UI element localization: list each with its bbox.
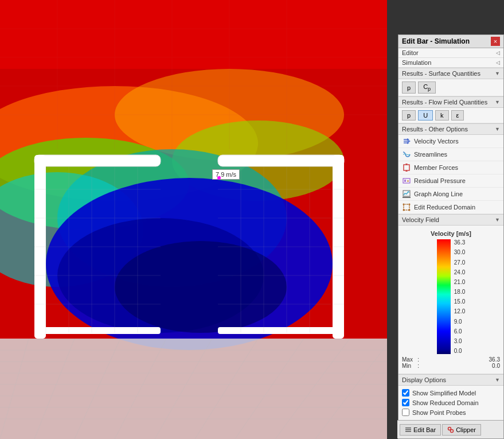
svg-rect-17 [0, 339, 387, 439]
right-panel: Edit Bar - Simulation × Editor ◁ Simulat… [398, 34, 504, 439]
velocity-field-section: Velocity [m/s] 36.3 30.0 27.0 24.0 21.0 … [398, 226, 503, 374]
bottom-toolbar: Edit Bar Clipper [397, 420, 503, 438]
simulation-arrow: ◁ [496, 60, 500, 65]
svg-rect-83 [405, 428, 411, 429]
show-simplified-model-row[interactable]: Show Simplified Model [402, 388, 500, 398]
velocity-vectors-icon [402, 137, 411, 146]
svg-rect-13 [34, 327, 161, 334]
show-reduced-domain-row[interactable]: Show Reduced Domain [402, 398, 500, 407]
panel-title-text: Edit Bar - Simulation [402, 37, 470, 45]
editor-row[interactable]: Editor ◁ [398, 48, 503, 58]
show-simplified-model-label: Show Simplified Model [412, 390, 476, 397]
show-reduced-domain-checkbox[interactable] [402, 399, 409, 406]
residual-pressure-item[interactable]: Residual Pressure [398, 174, 503, 188]
svg-rect-11 [34, 155, 161, 166]
legend-val-10: 3.0 [454, 338, 465, 344]
surface-quantities-arrow: ▼ [495, 71, 500, 76]
edit-bar-button[interactable]: Edit Bar [400, 424, 441, 436]
panel-title-bar: Edit Bar - Simulation × [398, 35, 503, 48]
flow-field-label: Results - Flow Field Quantities [402, 99, 487, 106]
display-options-arrow: ▼ [495, 377, 500, 383]
member-forces-label: Member Forces [414, 164, 458, 171]
legend-val-9: 6.0 [454, 328, 465, 335]
svg-line-88 [451, 429, 451, 430]
flow-field-buttons: p U k ε [398, 108, 503, 123]
edit-reduced-domain-label: Edit Reduced Domain [414, 204, 475, 211]
svg-rect-75 [407, 180, 409, 182]
flow-field-arrow: ▼ [495, 99, 500, 105]
surface-quantities-label: Results - Surface Quantities [402, 70, 480, 77]
graph-along-line-item[interactable]: Graph Along Line [398, 188, 503, 201]
svg-point-80 [409, 204, 411, 205]
svg-point-10 [115, 241, 287, 333]
legend-val-6: 15.0 [454, 298, 465, 305]
show-point-probes-row[interactable]: Show Point Probes [402, 407, 500, 417]
legend-val-1: 30.0 [454, 249, 465, 255]
surface-cp-button[interactable]: Cp [418, 81, 436, 94]
legend-val-3: 24.0 [454, 269, 465, 275]
editor-label: Editor [402, 49, 419, 56]
edit-reduced-domain-item[interactable]: Edit Reduced Domain [398, 201, 503, 214]
legend-val-4: 21.0 [454, 279, 465, 285]
legend-min-value: 0.0 [492, 363, 500, 369]
legend-stats: Max : 36.3 Min : 0.0 [402, 356, 500, 369]
streamlines-icon [402, 150, 411, 159]
legend-val-8: 9.0 [454, 318, 465, 325]
other-options-arrow: ▼ [495, 126, 500, 132]
display-options-label: Display Options [402, 376, 446, 383]
member-forces-item[interactable]: Member Forces [398, 161, 503, 174]
surface-quantities-buttons: p Cp [398, 79, 503, 96]
clipper-button[interactable]: Clipper [442, 424, 481, 436]
show-point-probes-label: Show Point Probes [412, 409, 466, 416]
velocity-vectors-item[interactable]: Velocity Vectors [398, 135, 503, 148]
streamlines-item[interactable]: Streamlines [398, 148, 503, 161]
surface-p-button[interactable]: p [402, 81, 416, 94]
show-point-probes-checkbox[interactable] [402, 409, 409, 416]
velocity-field-arrow: ▼ [495, 217, 500, 223]
show-reduced-domain-label: Show Reduced Domain [412, 399, 479, 406]
show-simplified-model-checkbox[interactable] [402, 389, 409, 397]
display-options-content: Show Simplified Model Show Reduced Domai… [398, 386, 503, 419]
legend-min-row: Min : 0.0 [402, 363, 500, 369]
svg-rect-85 [405, 431, 411, 432]
flow-k-button[interactable]: k [435, 110, 449, 121]
legend-title: Velocity [m/s] [431, 230, 471, 237]
flow-field-header[interactable]: Results - Flow Field Quantities ▼ [398, 96, 503, 108]
legend-val-0: 36.3 [454, 239, 465, 246]
member-forces-icon [402, 163, 411, 172]
velocity-legend: Velocity [m/s] 36.3 30.0 27.0 24.0 21.0 … [402, 228, 500, 371]
legend-gradient-bar [437, 239, 451, 354]
velocity-field-label: Velocity Field [402, 216, 439, 223]
clipper-icon [447, 426, 454, 433]
flow-p-button[interactable]: p [402, 110, 416, 121]
svg-rect-68 [404, 165, 409, 170]
flow-u-button[interactable]: U [418, 110, 433, 121]
svg-rect-14 [218, 155, 344, 166]
clipper-label: Clipper [456, 426, 476, 433]
edit-bar-icon [405, 426, 412, 433]
svg-rect-74 [404, 180, 406, 182]
svg-marker-63 [408, 140, 411, 142]
edit-bar-label: Edit Bar [413, 426, 436, 433]
legend-val-11: 0.0 [454, 348, 465, 354]
svg-rect-1 [0, 0, 387, 69]
velocity-field-header[interactable]: Velocity Field ▼ [398, 214, 503, 226]
svg-rect-73 [403, 178, 410, 183]
legend-val-7: 12.0 [454, 308, 465, 314]
simulation-label: Simulation [402, 59, 431, 66]
simulation-row[interactable]: Simulation ◁ [398, 58, 503, 68]
legend-min-label: Min : [402, 363, 419, 369]
flow-epsilon-button[interactable]: ε [451, 110, 464, 121]
surface-quantities-header[interactable]: Results - Surface Quantities ▼ [398, 68, 503, 79]
cfd-viewport[interactable] [0, 0, 387, 439]
legend-labels: 36.3 30.0 27.0 24.0 21.0 18.0 15.0 12.0 … [454, 239, 465, 354]
legend-max-row: Max : 36.3 [402, 356, 500, 363]
velocity-vectors-label: Velocity Vectors [414, 138, 459, 145]
svg-rect-78 [404, 204, 409, 210]
display-options-header[interactable]: Display Options ▼ [398, 374, 503, 386]
svg-point-82 [409, 209, 411, 211]
panel-close-button[interactable]: × [491, 37, 500, 46]
legend-max-label: Max : [402, 356, 419, 363]
other-options-header[interactable]: Results - Other Options ▼ [398, 123, 503, 135]
panel-scroll-area[interactable]: Editor ◁ Simulation ◁ Results - Surface … [398, 48, 503, 438]
